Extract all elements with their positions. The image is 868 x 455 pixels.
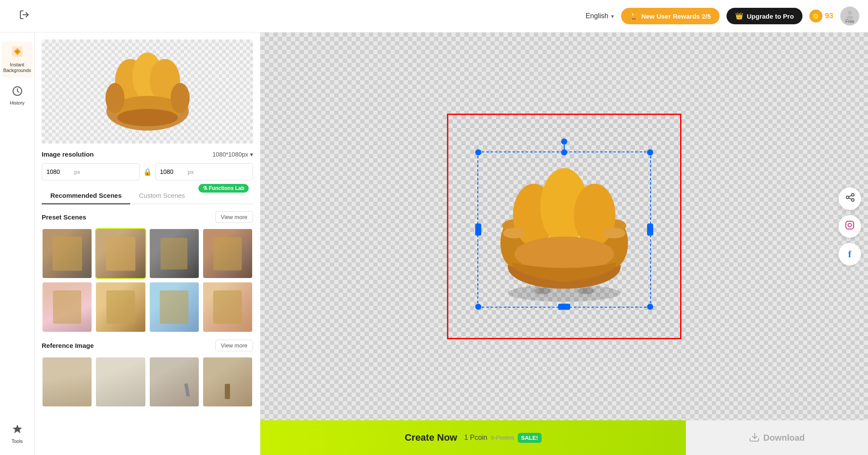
functions-lab-label: ⚗ Functions Lab [203,185,244,191]
width-input-wrapper: px [42,163,140,180]
reference-image-header: Reference Image View more [42,340,253,351]
sidebar-item-tools[interactable]: Tools [2,419,33,448]
handle-middle-right[interactable] [647,223,653,236]
bottom-bar: Create Now 1 Pcoin 5 Pcoins SALE! Downlo… [260,420,868,455]
resolution-inputs: px 🔒 px [42,163,253,180]
ref-view-more-label: View more [221,342,247,349]
ref-thumb-3[interactable] [149,357,200,407]
scene-thumb-4[interactable] [202,228,253,279]
resolution-value-text: 1080*1080px [212,151,248,158]
svg-point-14 [117,109,178,126]
width-unit: px [74,169,80,175]
svg-point-36 [848,223,852,227]
tab-custom-scenes[interactable]: Custom Scenes [130,187,194,204]
logout-button[interactable] [9,5,40,27]
rewards-label: New User Rewards 2/5 [641,13,711,20]
handle-top-left[interactable] [475,149,481,155]
share-icon [845,193,855,205]
handle-bottom-left[interactable] [475,304,481,310]
scene-thumb-8[interactable] [202,282,253,332]
reference-image-title: Reference Image [42,342,94,349]
height-input[interactable] [160,168,186,175]
instant-backgrounds-label: Instant Backgrounds [3,62,31,73]
price-old: 5 Pcoins [491,434,514,441]
canvas-area: f Create Now 1 Pcoin 5 Pcoins SALE! [260,33,868,455]
facebook-button[interactable]: f [838,243,861,265]
canvas-workspace[interactable]: f [260,33,868,420]
instagram-button[interactable] [838,215,861,238]
price-info: 1 Pcoin 5 Pcoins SALE! [464,433,541,443]
upgrade-button[interactable]: 👑 Upgrade to Pro [727,8,802,24]
coin-count: 93 [825,12,833,20]
ref-thumb-4[interactable] [202,357,253,407]
handle-bottom-center[interactable] [558,304,570,310]
svg-rect-35 [846,221,854,229]
svg-point-37 [852,223,852,223]
ref-thumb-1[interactable] [42,357,92,407]
sidebar-item-instant-backgrounds[interactable]: Instant Backgrounds [2,41,33,78]
topbar-right: English ▾ 🏆 New User Rewards 2/5 👑 Upgra… [585,7,859,26]
scene-thumb-3[interactable] [149,228,200,279]
scene-thumb-6[interactable] [95,282,146,332]
scene-thumb-2[interactable] [95,228,146,279]
download-icon [750,432,759,444]
svg-marker-5 [13,425,22,433]
instant-backgrounds-icon [11,46,23,60]
tab-recommended-scenes[interactable]: Recommended Scenes [42,187,130,204]
sale-badge: SALE! [518,433,542,443]
instagram-icon [845,220,855,232]
trophy-icon: 🏆 [630,12,638,20]
history-icon [12,85,23,98]
height-input-wrapper: px [155,163,253,180]
handle-bottom-right[interactable] [647,304,653,310]
height-unit: px [188,169,194,175]
upgrade-label: Upgrade to Pro [747,13,794,20]
ref-thumb-2[interactable] [95,357,146,407]
resolution-selector[interactable]: 1080*1080px ▾ [212,151,253,158]
rewards-button[interactable]: 🏆 New User Rewards 2/5 [621,8,720,24]
scene-thumb-7[interactable] [149,282,200,332]
preset-scenes-title: Preset Scenes [42,213,86,221]
panel: Image resolution 1080*1080px ▾ px 🔒 px [35,33,260,455]
user-label: Free [845,19,855,24]
create-now-button[interactable]: Create Now 1 Pcoin 5 Pcoins SALE! [260,420,686,455]
logout-icon [19,10,30,23]
handle-middle-left[interactable] [475,223,481,236]
tools-icon [12,424,23,437]
scene-thumb-1[interactable] [42,228,92,279]
preset-scenes-grid [42,228,253,333]
resolution-row: Image resolution 1080*1080px ▾ [42,151,253,158]
svg-point-12 [105,83,125,113]
language-selector[interactable]: English ▾ [585,12,614,20]
scene-thumb-5[interactable] [42,282,92,332]
canvas-selection-box [477,151,651,308]
coin-icon: 🟡 [812,13,819,20]
history-label: History [10,100,24,105]
view-more-label: View more [221,214,247,220]
facebook-icon: f [848,249,851,260]
svg-point-13 [171,83,190,113]
resolution-arrow-icon: ▾ [250,151,253,158]
icon-sidebar: Instant Backgrounds History Tools [0,33,35,455]
sidebar-bottom: Tools [2,419,33,455]
functions-lab-badge[interactable]: ⚗ Functions Lab [198,184,249,193]
width-input[interactable] [46,168,72,175]
sidebar-item-history[interactable]: History [2,81,33,110]
panel-content: Image resolution 1080*1080px ▾ px 🔒 px [35,33,260,455]
svg-line-33 [849,198,852,199]
share-button[interactable] [838,187,861,210]
tabs-wrapper: Recommended Scenes Custom Scenes ⚗ Funct… [42,187,253,204]
crown-icon: 👑 [735,12,743,20]
preview-container [42,39,253,144]
rotate-handle[interactable] [561,138,567,144]
language-label: English [585,12,608,20]
coin-circle: 🟡 [809,10,822,23]
tab-custom-label: Custom Scenes [139,192,185,199]
download-button[interactable]: Download [686,420,868,455]
handle-top-right[interactable] [647,149,653,155]
preset-scenes-view-more[interactable]: View more [215,211,253,223]
user-avatar[interactable]: Free [840,7,859,26]
right-actions: f [838,187,868,265]
reference-view-more[interactable]: View more [215,340,253,351]
handle-top-center[interactable] [561,149,567,155]
